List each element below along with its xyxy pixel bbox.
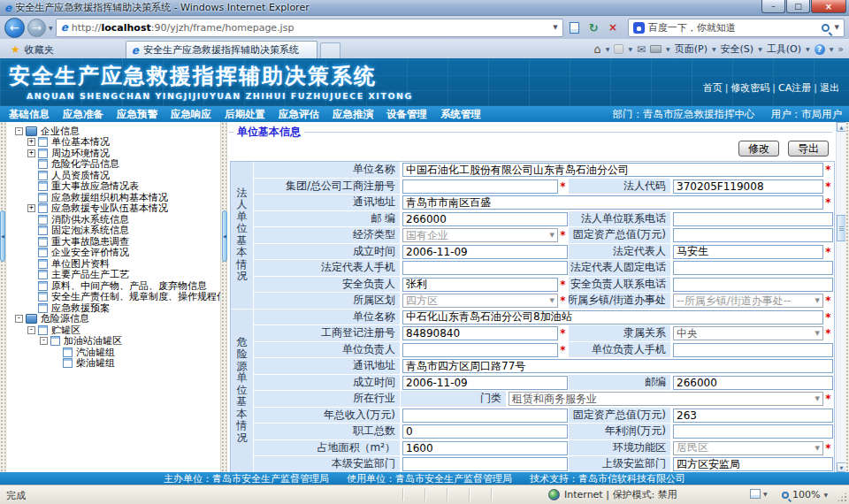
tree-item[interactable]: +单位基本情况 [6, 137, 220, 149]
form-input[interactable] [673, 228, 833, 242]
left-splitter[interactable]: ◀ [0, 122, 6, 472]
menu-item[interactable]: 应急预警 [115, 108, 159, 121]
help-dropdown-icon[interactable]: ▼ [830, 46, 834, 52]
menu-item[interactable]: 基础信息 [7, 108, 51, 121]
stop-button[interactable]: × [605, 19, 622, 36]
form-select[interactable]: 居民区▼ [673, 441, 823, 455]
tree-item[interactable]: -危险源信息 [6, 314, 220, 325]
resize-grip[interactable] [837, 492, 847, 502]
minimize-button[interactable]: – [761, 0, 785, 13]
form-input[interactable] [402, 310, 823, 325]
page-dropdown-icon[interactable]: ▼ [712, 46, 716, 52]
form-input[interactable] [402, 376, 568, 390]
form-select[interactable]: --所属乡镇/街道办事处--▼ [673, 294, 823, 308]
form-input[interactable] [673, 212, 833, 226]
expand-toggle-icon[interactable]: + [27, 138, 35, 146]
form-input[interactable] [402, 261, 568, 275]
form-input[interactable] [673, 457, 833, 471]
compatibility-view-button[interactable] [566, 19, 583, 36]
form-input[interactable] [402, 179, 558, 194]
select-arrow-icon[interactable]: ▼ [813, 297, 820, 304]
feeds-icon[interactable] [614, 44, 623, 54]
menu-item[interactable]: 应急推演 [331, 108, 375, 121]
tree-item[interactable]: -企业信息 [6, 126, 220, 137]
forward-button[interactable]: → [27, 19, 46, 37]
select-arrow-icon[interactable]: ▼ [813, 330, 820, 337]
select-arrow-icon[interactable]: ▼ [813, 445, 820, 452]
top-link-2[interactable]: CA注册 [776, 81, 814, 95]
search-input[interactable]: 百度一下，你就知道 ▼ [628, 19, 845, 37]
safety-menu-button[interactable]: 安全(S) [721, 42, 754, 56]
form-input[interactable] [673, 424, 833, 439]
tree-item[interactable]: 安全生产责任制、规章制度、操作规程信息 [6, 292, 220, 303]
mail-icon[interactable]: ✉ [637, 45, 646, 54]
tree-item[interactable]: 危险化学品信息 [6, 159, 220, 171]
form-input[interactable] [402, 457, 568, 471]
address-input[interactable]: e http://localhost:90/yjzh/frame/homepag… [56, 19, 563, 37]
search-dropdown-icon[interactable]: ▼ [835, 24, 839, 31]
form-input[interactable] [673, 409, 833, 423]
refresh-button[interactable]: ↻ [585, 19, 602, 36]
compat-dropdown-icon[interactable]: ▼ [763, 491, 768, 497]
expand-toggle-icon[interactable]: + [27, 204, 35, 212]
form-input[interactable] [673, 261, 833, 275]
collapse-left-handle[interactable]: ◀ [0, 210, 5, 262]
tab-active[interactable]: e 安全生产应急救援指挥辅助决策系统 [126, 41, 317, 58]
menu-item[interactable]: 应急准备 [61, 108, 105, 121]
print-dropdown-icon[interactable]: ▼ [666, 46, 670, 52]
form-input[interactable] [402, 409, 568, 423]
menu-item[interactable]: 应急响应 [169, 108, 213, 121]
help-icon[interactable]: ? [815, 44, 825, 55]
form-select[interactable]: 中央▼ [673, 326, 823, 340]
select-arrow-icon[interactable]: ▼ [813, 395, 820, 402]
form-input[interactable] [402, 195, 823, 210]
tree-splitter[interactable]: ◀ [220, 122, 227, 472]
tools-dropdown-icon[interactable]: ▼ [806, 46, 810, 52]
feeds-dropdown-icon[interactable]: ▼ [628, 46, 632, 52]
form-input[interactable] [673, 376, 833, 390]
top-link-0[interactable]: 首页 [700, 81, 725, 95]
home-icon[interactable]: ⌂ [594, 45, 601, 54]
select-arrow-icon[interactable]: ▼ [547, 297, 555, 304]
form-scrollbar[interactable]: ▲ ▼ [836, 122, 845, 472]
top-link-3[interactable]: 退出 [817, 81, 842, 95]
zoom-dropdown-icon[interactable]: ▼ [823, 492, 828, 498]
form-input[interactable] [402, 359, 833, 373]
form-select[interactable]: 国有企业▼ [402, 228, 558, 242]
menu-item[interactable]: 应急评估 [277, 108, 321, 121]
search-icon[interactable] [822, 24, 830, 32]
favorites-button[interactable]: ★ 收藏夹 [3, 41, 62, 58]
menu-item[interactable]: 后期处置 [223, 108, 267, 121]
form-input[interactable] [673, 278, 833, 292]
home-dropdown-icon[interactable]: ▼ [606, 46, 610, 52]
select-arrow-icon[interactable]: ▼ [547, 232, 555, 239]
collapse-toggle-icon[interactable]: - [40, 337, 48, 345]
expand-toggle-icon[interactable]: + [27, 149, 35, 157]
collapse-toggle-icon[interactable]: - [15, 127, 23, 135]
menu-item[interactable]: 系统管理 [439, 108, 483, 121]
recent-pages-dropdown-icon[interactable]: ▼ [49, 25, 53, 31]
maximize-button[interactable]: □ [786, 0, 810, 13]
top-link-1[interactable]: 修改密码 [728, 81, 772, 95]
form-input[interactable] [673, 179, 823, 194]
back-button[interactable]: ← [4, 18, 25, 38]
form-input[interactable] [402, 441, 568, 455]
collapse-toggle-icon[interactable]: - [15, 315, 23, 323]
tools-menu-button[interactable]: 工具(O) [767, 42, 801, 56]
form-input[interactable] [402, 163, 823, 177]
form-input[interactable] [402, 343, 558, 357]
export-button[interactable]: 导出 [788, 141, 829, 157]
menu-item[interactable]: 设备管理 [385, 108, 429, 121]
form-select[interactable]: 租赁和商务服务业▼ [509, 392, 823, 406]
collapse-toggle-icon[interactable]: - [27, 326, 35, 334]
form-input[interactable] [402, 326, 558, 340]
tree-item[interactable]: 应急救援预案 [6, 302, 220, 314]
modify-button[interactable]: 修改 [738, 141, 779, 157]
compatibility-status[interactable]: ▼ [750, 489, 768, 499]
address-dropdown-icon[interactable]: ▼ [553, 24, 557, 31]
safety-dropdown-icon[interactable]: ▼ [758, 46, 762, 52]
tree-item[interactable]: 柴油罐组 [6, 358, 220, 370]
overflow-chevron-icon[interactable]: » [838, 43, 844, 55]
form-input[interactable] [402, 424, 568, 439]
zoom-control[interactable]: 100% ▼ [782, 489, 828, 500]
